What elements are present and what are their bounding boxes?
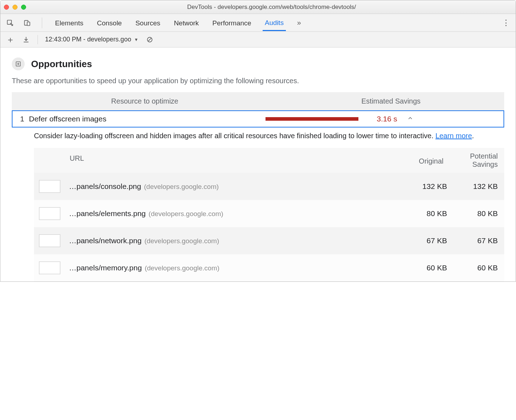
- tab-performance[interactable]: Performance: [210, 15, 253, 31]
- tab-network[interactable]: Network: [172, 15, 201, 31]
- svg-rect-2: [27, 22, 30, 25]
- col-savings: Estimated Savings: [278, 92, 504, 110]
- resource-host: (developers.google.com): [149, 210, 223, 218]
- resource-thumbnail: [39, 207, 60, 220]
- audits-toolbar: ＋ 12:43:00 PM - developers.goo ▼: [0, 32, 516, 48]
- resource-potential-savings: 67 KB: [447, 236, 504, 245]
- resource-path: …panels/console.png: [69, 182, 141, 190]
- resource-host: (developers.google.com): [145, 264, 219, 272]
- devtools-window: DevTools - developers.google.com/web/too…: [0, 0, 516, 282]
- opportunities-heading: Opportunities: [12, 58, 504, 70]
- zoom-window-button[interactable]: [21, 5, 26, 10]
- opportunity-row[interactable]: 1 Defer offscreen images 3.16 s: [12, 110, 504, 128]
- savings-value: 3.16 s: [365, 115, 397, 123]
- resource-table-header: URL Original Potential Savings: [34, 148, 504, 173]
- opportunity-savings-bar-wrap: 3.16 s: [266, 115, 498, 123]
- resource-thumbnail: [39, 261, 60, 274]
- panel-tabstrip: Elements Console Sources Network Perform…: [0, 14, 516, 32]
- learn-more-link[interactable]: Learn more: [436, 132, 472, 140]
- settings-kebab-icon[interactable]: ⋮: [502, 19, 510, 27]
- download-report-button[interactable]: [22, 35, 30, 44]
- resource-url: …panels/memory.png(developers.google.com…: [69, 264, 397, 272]
- window-title: DevTools - developers.google.com/web/too…: [31, 4, 512, 11]
- resource-original-size: 60 KB: [397, 264, 447, 272]
- report-selector[interactable]: 12:43:00 PM - developers.goo ▼: [45, 36, 138, 43]
- resource-host: (developers.google.com): [144, 237, 219, 245]
- tab-sources[interactable]: Sources: [133, 15, 163, 31]
- resource-table: URL Original Potential Savings …panels/c…: [34, 148, 504, 281]
- section-description: These are opportunities to speed up your…: [12, 77, 504, 85]
- resource-row[interactable]: …panels/console.png(developers.google.co…: [34, 173, 504, 200]
- audits-content: Opportunities These are opportunities to…: [0, 48, 516, 281]
- window-titlebar: DevTools - developers.google.com/web/too…: [0, 0, 516, 14]
- traffic-lights: [4, 5, 26, 10]
- tab-console[interactable]: Console: [95, 15, 124, 31]
- resource-url: …panels/console.png(developers.google.co…: [69, 182, 397, 191]
- separator: [38, 35, 38, 44]
- col-url: URL: [34, 148, 397, 173]
- close-window-button[interactable]: [4, 5, 9, 10]
- resource-potential-savings: 60 KB: [447, 264, 504, 272]
- opportunities-table: Resource to optimize Estimated Savings 1…: [12, 92, 504, 281]
- chevron-up-icon: [407, 115, 413, 123]
- section-title: Opportunities: [31, 59, 92, 70]
- tab-elements[interactable]: Elements: [53, 15, 85, 31]
- opportunities-table-header: Resource to optimize Estimated Savings: [12, 92, 504, 110]
- resource-url: …panels/network.png(developers.google.co…: [69, 236, 397, 245]
- resource-row[interactable]: …panels/elements.png(developers.google.c…: [34, 200, 504, 227]
- report-selector-label: 12:43:00 PM - developers.goo: [45, 36, 131, 43]
- col-resource: Resource to optimize: [12, 92, 278, 110]
- opportunity-detail: Consider lazy-loading offscreen and hidd…: [12, 128, 504, 140]
- new-audit-button[interactable]: ＋: [6, 35, 15, 44]
- resource-row[interactable]: …panels/network.png(developers.google.co…: [34, 227, 504, 254]
- resource-row[interactable]: …panels/memory.png(developers.google.com…: [34, 254, 504, 281]
- resource-url: …panels/elements.png(developers.google.c…: [69, 209, 397, 218]
- detail-text: Consider lazy-loading offscreen and hidd…: [34, 132, 436, 140]
- resource-host: (developers.google.com): [144, 183, 219, 190]
- separator: [42, 18, 42, 28]
- resource-potential-savings: 132 KB: [447, 182, 504, 191]
- inspect-element-icon[interactable]: [6, 19, 14, 27]
- opportunity-name: Defer offscreen images: [29, 115, 266, 123]
- resource-original-size: 80 KB: [397, 209, 447, 218]
- resource-potential-savings: 80 KB: [447, 209, 504, 218]
- resource-path: …panels/network.png: [69, 236, 142, 245]
- more-tabs-icon[interactable]: »: [295, 19, 303, 27]
- opportunities-icon: [12, 58, 25, 70]
- resource-original-size: 67 KB: [397, 236, 447, 245]
- resource-thumbnail: [39, 180, 60, 193]
- device-toolbar-icon[interactable]: [23, 19, 31, 27]
- clear-report-button[interactable]: [145, 35, 154, 44]
- col-original: Original: [397, 148, 447, 173]
- resource-thumbnail: [39, 234, 60, 247]
- resource-original-size: 132 KB: [397, 182, 447, 191]
- savings-bar: [266, 117, 358, 121]
- resource-path: …panels/memory.png: [69, 264, 142, 272]
- col-potential: Potential Savings: [447, 148, 504, 173]
- opportunity-index: 1: [15, 115, 29, 123]
- dropdown-caret-icon: ▼: [134, 37, 138, 42]
- minimize-window-button[interactable]: [13, 5, 18, 10]
- resource-path: …panels/elements.png: [69, 209, 146, 218]
- tab-audits[interactable]: Audits: [263, 15, 286, 31]
